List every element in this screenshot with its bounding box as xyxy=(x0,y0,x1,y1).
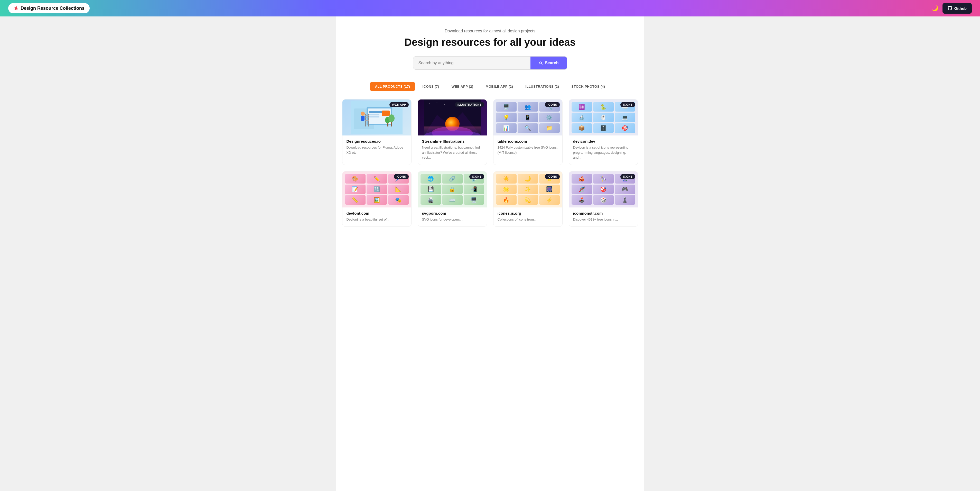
card-image: WEB APP xyxy=(342,99,411,136)
card-iconesjs[interactable]: ☀️ 🌙 ⭐ 🌟 ✨ 🎆 🔥 💫 ⚡ ICONS icones.js.org C… xyxy=(493,171,563,227)
card-title: iconmonstr.com xyxy=(573,211,634,215)
card-title: Streamline Illustrations xyxy=(422,139,483,143)
card-body: icones.js.org Collections of icons from.… xyxy=(493,207,562,227)
github-button[interactable]: Github xyxy=(942,3,972,14)
dark-mode-button[interactable]: 🌙 xyxy=(931,5,939,11)
search-input[interactable] xyxy=(413,57,531,69)
tab-illustrations[interactable]: ILLUSTRATIONS (2) xyxy=(520,82,564,91)
card-body: tablericons.com 1424 Fully customizable … xyxy=(493,136,562,159)
cards-grid: WEB APP Designresouces.io Download resou… xyxy=(342,99,638,227)
card-svgporn[interactable]: 🌐 🔗 📡 💾 🔒 📲 🖨️ ⌨️ 🖥️ ICONS svgporn.com S… xyxy=(418,171,487,227)
github-label: Github xyxy=(954,6,967,11)
hero-title: Design resources for all your ideas xyxy=(342,37,638,48)
card-desc: 1424 Fully customizable free SVG icons. … xyxy=(498,145,558,155)
hero-subtitle: Download resources for almost all design… xyxy=(342,29,638,33)
card-image: ⚛️ 🐍 ☁️ 🔬 🖱️ 💻 📦 🗄️ 🎯 ICONS xyxy=(569,99,638,136)
card-image: ☀️ 🌙 ⭐ 🌟 ✨ 🎆 🔥 💫 ⚡ ICONS xyxy=(493,171,562,207)
card-desc: Discover 4513+ free icons in... xyxy=(573,217,634,222)
svg-rect-4 xyxy=(369,111,383,113)
svg-point-21 xyxy=(429,103,430,104)
svg-point-24 xyxy=(455,101,455,102)
navbar: ☣ Design Resource Collections 🌙 Github xyxy=(0,0,980,16)
search-button[interactable]: Search xyxy=(530,57,567,69)
card-badge-icons-svgporn: ICONS xyxy=(469,174,484,179)
svg-point-8 xyxy=(361,112,365,116)
card-body: devfont.com Devfont is a beautiful set o… xyxy=(342,207,411,227)
github-icon xyxy=(948,6,952,11)
card-title: icones.js.org xyxy=(498,211,558,215)
card-badge-webapp: WEB APP xyxy=(390,102,409,107)
card-desc: Devicon is a set of icons representing p… xyxy=(573,145,634,160)
card-badge-icons: ICONS xyxy=(545,102,560,107)
svg-rect-9 xyxy=(361,116,364,121)
card-badge-icons-iconmonstr: ICONS xyxy=(620,174,635,179)
card-body: Streamline Illustrations Need great illu… xyxy=(418,136,487,165)
svg-rect-15 xyxy=(365,123,369,123)
svg-rect-13 xyxy=(365,118,369,118)
search-icon xyxy=(539,61,543,65)
card-devfont[interactable]: 🎨 ✏️ 🖊️ 📝 🔠 📐 📏 🖼️ 🎭 ICONS devfont.com D… xyxy=(342,171,412,227)
card-designresouces[interactable]: WEB APP Designresouces.io Download resou… xyxy=(342,99,412,165)
brand[interactable]: ☣ Design Resource Collections xyxy=(8,3,90,13)
tab-all-products[interactable]: ALL PRODUCTS (17) xyxy=(370,82,415,91)
card-body: Designresouces.io Download resources for… xyxy=(342,136,411,159)
card-badge-icons-devfont: ICONS xyxy=(394,174,409,179)
tab-stock-photos[interactable]: STOCK PHOTOS (4) xyxy=(566,82,610,91)
card-desc: Need great illustrations, but cannot fin… xyxy=(422,145,483,160)
card-streamline[interactable]: ILLUSTRATIONS Streamline Illustrations N… xyxy=(418,99,487,165)
card-image: 🎨 ✏️ 🖊️ 📝 🔠 📐 📏 🖼️ 🎭 ICONS xyxy=(342,171,411,207)
card-devicon[interactable]: ⚛️ 🐍 ☁️ 🔬 🖱️ 💻 📦 🗄️ 🎯 ICONS devicon.dev … xyxy=(569,99,638,165)
svg-rect-7 xyxy=(382,110,390,116)
tab-web-app[interactable]: WEB APP (2) xyxy=(447,82,479,91)
tab-icons[interactable]: ICONS (7) xyxy=(417,82,444,91)
main-content: Download resources for almost all design… xyxy=(336,16,644,491)
search-bar: Search xyxy=(413,56,567,70)
hero-section: Download resources for almost all design… xyxy=(342,29,638,70)
card-tablericons[interactable]: 🖥️ 👥 🔧 💡 📱 ⚙️ 📊 🔍 📁 ICONS tablericons.co… xyxy=(493,99,563,165)
card-title: devicon.dev xyxy=(573,139,634,143)
card-desc: Download resources for Figma, Adobe XD e… xyxy=(347,145,407,155)
card-desc: SVG icons for developers... xyxy=(422,217,483,222)
card-badge-illustrations: ILLUSTRATIONS xyxy=(455,102,484,107)
svg-point-28 xyxy=(469,108,469,109)
svg-rect-12 xyxy=(365,115,369,116)
card-body: iconmonstr.com Discover 4513+ free icons… xyxy=(569,207,638,227)
search-button-label: Search xyxy=(545,61,558,65)
card-badge-icons-devicon: ICONS xyxy=(620,102,635,107)
svg-rect-14 xyxy=(365,120,369,121)
filter-tabs: ALL PRODUCTS (17) ICONS (7) WEB APP (2) … xyxy=(342,82,638,91)
svg-point-22 xyxy=(436,102,437,102)
card-desc: Collections of icons from... xyxy=(498,217,558,222)
card-image: ILLUSTRATIONS xyxy=(418,99,487,136)
card-iconmonstr[interactable]: 🎪 🎠 🎡 🎢 🎯 🎮 🕹️ 🎲 ♟️ ICONS iconmonstr.com… xyxy=(569,171,638,227)
svg-rect-6 xyxy=(369,116,379,118)
card-image: 🖥️ 👥 🔧 💡 📱 ⚙️ 📊 🔍 📁 ICONS xyxy=(493,99,562,136)
tab-mobile-app[interactable]: MOBILE APP (2) xyxy=(480,82,519,91)
card-badge-icons-iconesjs: ICONS xyxy=(545,174,560,179)
card-title: Designresouces.io xyxy=(347,139,407,143)
svg-point-19 xyxy=(388,115,395,122)
svg-point-27 xyxy=(433,110,433,110)
svg-point-23 xyxy=(444,104,445,105)
svg-rect-33 xyxy=(424,126,480,136)
card-desc: Devfont is a beautiful set of... xyxy=(347,217,407,222)
moon-icon: 🌙 xyxy=(931,5,939,11)
card-title: tablericons.com xyxy=(498,139,558,143)
card-image: 🎪 🎠 🎡 🎢 🎯 🎮 🕹️ 🎲 ♟️ ICONS xyxy=(569,171,638,207)
biohazard-icon: ☣ xyxy=(13,5,18,11)
svg-rect-5 xyxy=(369,114,379,115)
card-image: 🌐 🔗 📡 💾 🔒 📲 🖨️ ⌨️ 🖥️ ICONS xyxy=(418,171,487,207)
card-body: devicon.dev Devicon is a set of icons re… xyxy=(569,136,638,165)
card-title: devfont.com xyxy=(347,211,407,215)
card-body: svgporn.com SVG icons for developers... xyxy=(418,207,487,227)
brand-label: Design Resource Collections xyxy=(21,6,84,11)
navbar-right: 🌙 Github xyxy=(931,3,972,14)
card-title: svgporn.com xyxy=(422,211,483,215)
